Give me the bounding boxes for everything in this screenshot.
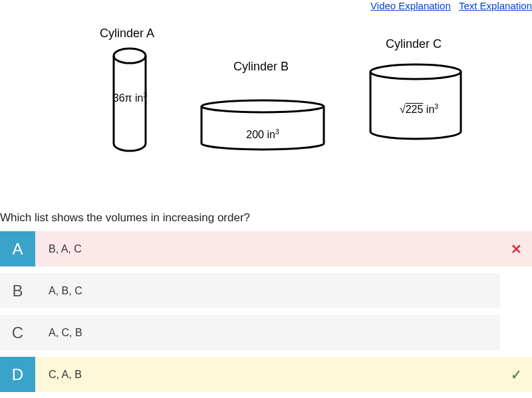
correct-icon: ✓ xyxy=(500,357,532,392)
cylinder-b-graphic xyxy=(196,98,329,153)
video-explanation-link[interactable]: Video Explanation xyxy=(370,0,451,11)
option-text: A, C, B xyxy=(35,315,500,350)
option-text: B, A, C xyxy=(35,231,500,266)
options-list: A B, A, C ✕ B A, B, C C A, C, B D C, A, … xyxy=(0,231,532,398)
option-letter: A xyxy=(0,231,35,266)
question-text: Which list shows the volumes in increasi… xyxy=(0,211,250,225)
option-c[interactable]: C A, C, B xyxy=(0,315,532,350)
text-explanation-link[interactable]: Text Explanation xyxy=(459,0,532,11)
volume-c: √225 in3 xyxy=(386,103,452,116)
wrong-icon: ✕ xyxy=(500,231,532,266)
svg-point-3 xyxy=(201,100,324,112)
svg-point-6 xyxy=(370,64,461,79)
svg-point-0 xyxy=(114,49,146,63)
option-mark xyxy=(500,315,532,350)
label-cylinder-a: Cylinder A xyxy=(100,27,154,41)
option-text: A, B, C xyxy=(35,273,500,308)
option-a[interactable]: A B, A, C ✕ xyxy=(0,231,532,266)
top-links: Video Explanation Text Explanation xyxy=(365,0,532,11)
option-mark xyxy=(500,273,532,308)
option-d[interactable]: D C, A, B ✓ xyxy=(0,357,532,392)
label-cylinder-b: Cylinder B xyxy=(233,60,289,74)
option-letter: B xyxy=(0,273,35,308)
option-b[interactable]: B A, B, C xyxy=(0,273,532,308)
option-letter: D xyxy=(0,357,35,392)
cylinder-c-graphic xyxy=(362,62,469,142)
label-cylinder-c: Cylinder C xyxy=(386,37,442,51)
volume-b: 200 in3 xyxy=(226,128,299,141)
option-text: C, A, B xyxy=(35,357,500,392)
volume-a: 36π in3 xyxy=(92,92,168,104)
option-letter: C xyxy=(0,315,35,350)
figure-area: Cylinder A 36π in3 Cylinder B 200 in3 Cy… xyxy=(0,27,532,186)
